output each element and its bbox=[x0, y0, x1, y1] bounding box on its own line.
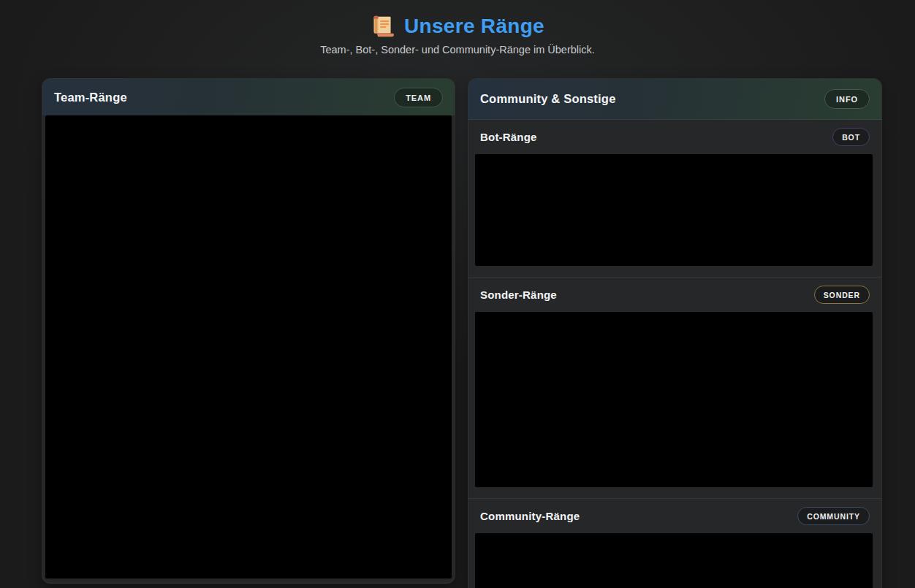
team-ranks-image bbox=[45, 115, 452, 579]
team-badge: TEAM bbox=[394, 88, 443, 107]
community-ranks-image bbox=[475, 533, 873, 588]
bot-section-title: Bot-Ränge bbox=[480, 131, 537, 143]
community-section-title: Community-Ränge bbox=[480, 510, 580, 522]
bot-ranks-image bbox=[475, 154, 873, 266]
bot-section-header: Bot-Ränge BOT bbox=[468, 120, 881, 154]
team-panel-title: Team-Ränge bbox=[54, 91, 127, 104]
page-subtitle: Team-, Bot-, Sonder- und Community-Ränge… bbox=[0, 44, 915, 56]
team-panel-header: Team-Ränge TEAM bbox=[42, 79, 455, 115]
info-badge: INFO bbox=[824, 89, 870, 109]
team-panel: Team-Ränge TEAM bbox=[42, 78, 455, 584]
community-badge: COMMUNITY bbox=[797, 507, 870, 525]
page-header: Unsere Ränge Team-, Bot-, Sonder- und Co… bbox=[0, 15, 915, 56]
sonder-section-header: Sonder-Ränge SONDER bbox=[468, 278, 881, 312]
sonder-section: Sonder-Ränge SONDER bbox=[468, 277, 881, 498]
bot-section: Bot-Ränge BOT bbox=[468, 120, 881, 277]
page-title: Unsere Ränge bbox=[404, 15, 544, 38]
sonder-badge: SONDER bbox=[814, 286, 870, 304]
page-title-row: Unsere Ränge bbox=[0, 15, 915, 38]
sonder-ranks-image bbox=[475, 312, 873, 487]
community-panel-header: Community & Sonstige INFO bbox=[468, 79, 881, 120]
community-section: Community-Ränge COMMUNITY bbox=[468, 498, 881, 588]
scroll-icon bbox=[371, 15, 394, 38]
community-panel: Community & Sonstige INFO Bot-Ränge BOT … bbox=[468, 78, 882, 588]
community-section-header: Community-Ränge COMMUNITY bbox=[468, 499, 881, 533]
sonder-section-title: Sonder-Ränge bbox=[480, 289, 557, 301]
community-panel-title: Community & Sonstige bbox=[480, 92, 616, 106]
bot-badge: BOT bbox=[832, 128, 870, 146]
